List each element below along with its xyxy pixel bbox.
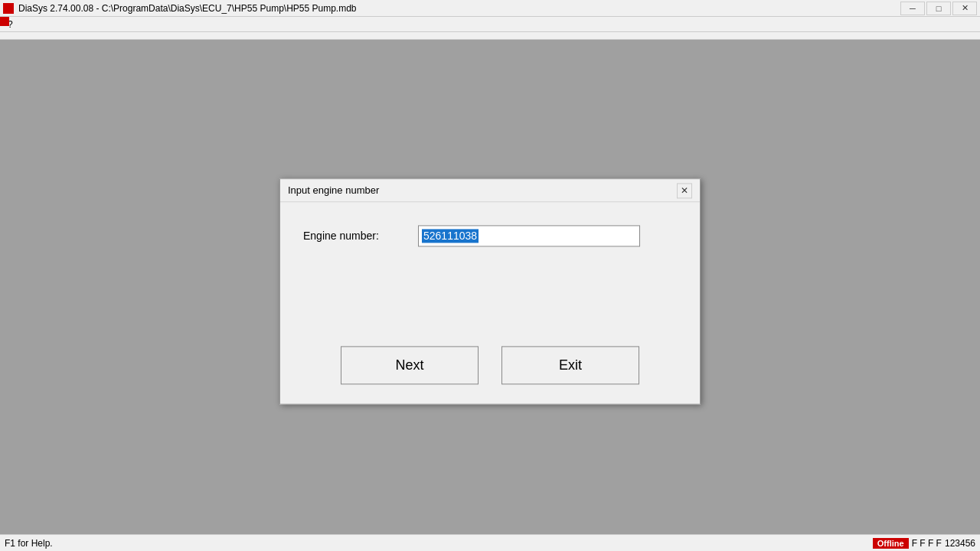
dialog-title: Input engine number [288, 184, 379, 196]
status-indicator [0, 17, 9, 26]
dialog-body: Engine number: 526111038 [280, 202, 700, 338]
app-title: DiaSys 2.74.00.08 - C:\ProgramData\DiaSy… [18, 3, 357, 14]
frame-number: 123456 [945, 538, 975, 549]
exit-button[interactable]: Exit [501, 346, 639, 384]
engine-number-row: Engine number: 526111038 [303, 225, 677, 246]
engine-number-input[interactable]: 526111038 [418, 225, 640, 246]
offline-indicator: Offline [873, 538, 909, 549]
status-help-text: F1 for Help. [5, 538, 53, 549]
next-button[interactable]: Next [341, 346, 479, 384]
status-right: Offline F F F F 123456 [873, 538, 975, 549]
engine-number-label: Engine number: [303, 230, 403, 242]
dialog-close-button[interactable]: ✕ [677, 183, 692, 198]
fps-label: F F F F [912, 538, 942, 549]
minimize-button[interactable]: ─ [900, 2, 925, 15]
title-bar-left: DiaSys 2.74.00.08 - C:\ProgramData\DiaSy… [3, 3, 357, 14]
toolbar [0, 32, 980, 40]
dialog-footer: Next Exit [280, 338, 700, 403]
engine-number-value: 526111038 [422, 229, 479, 243]
status-bar: F1 for Help. Offline F F F F 123456 [0, 534, 980, 551]
menu-bar: ? [0, 17, 980, 32]
maximize-button[interactable]: □ [926, 2, 951, 15]
title-bar: DiaSys 2.74.00.08 - C:\ProgramData\DiaSy… [0, 0, 980, 17]
spacer [303, 262, 677, 323]
window-controls: ─ □ ✕ [900, 2, 977, 15]
dialog-input-engine-number: Input engine number ✕ Engine number: 526… [279, 178, 701, 404]
app-icon [3, 3, 14, 14]
close-button[interactable]: ✕ [952, 2, 977, 15]
dialog-title-bar: Input engine number ✕ [280, 179, 700, 202]
main-content: Input engine number ✕ Engine number: 526… [0, 40, 980, 534]
